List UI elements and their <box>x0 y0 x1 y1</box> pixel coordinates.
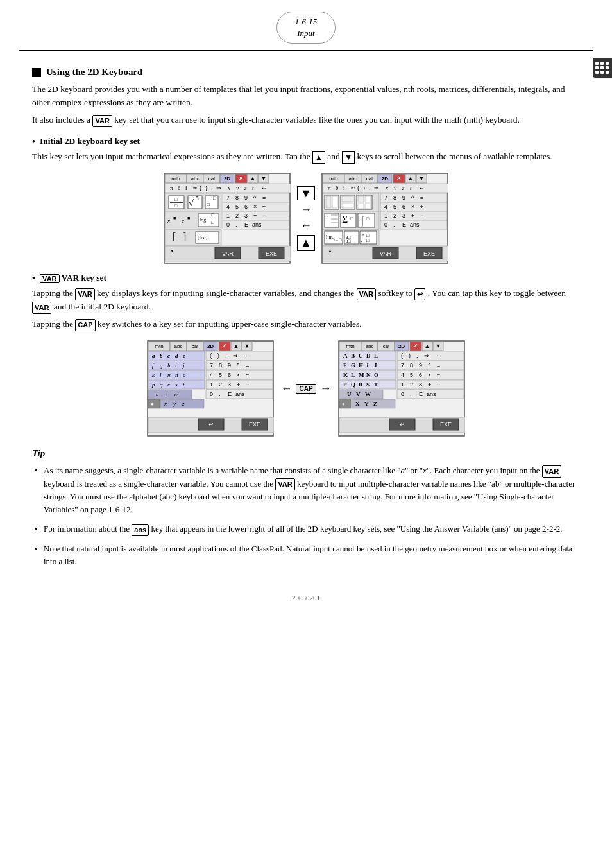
svg-rect-249 <box>148 399 160 408</box>
svg-text:8: 8 <box>235 195 239 201</box>
svg-text:F: F <box>343 362 347 369</box>
svg-text:R: R <box>359 381 363 388</box>
svg-text:abc: abc <box>174 343 183 349</box>
svg-text:=: = <box>437 362 440 369</box>
var-key-tip: VAR <box>542 465 561 478</box>
svg-text:z: z <box>402 185 405 191</box>
svg-text:C: C <box>359 352 363 359</box>
svg-text:G: G <box>351 362 355 369</box>
svg-rect-323 <box>339 390 383 399</box>
kbd-left-2: mth abc cat 2D ✕ ▲ ▼ a b c d e <box>147 340 274 437</box>
svg-text:E: E <box>374 352 378 359</box>
sub2-body1: Tapping the VAR key displays keys for in… <box>32 287 580 314</box>
svg-text:U: U <box>347 391 352 397</box>
svg-text:5: 5 <box>410 372 413 378</box>
svg-text:♦: ♦ <box>151 401 153 407</box>
svg-text:mth: mth <box>329 176 337 182</box>
svg-text:3: 3 <box>228 381 231 388</box>
tip-heading: Tip <box>32 448 580 459</box>
svg-text:mth: mth <box>346 343 354 349</box>
svg-text:r: r <box>167 381 170 388</box>
svg-text:7: 7 <box>401 362 404 369</box>
svg-text:2: 2 <box>235 213 239 219</box>
svg-text:▼: ▼ <box>170 248 174 253</box>
svg-text:y: y <box>393 185 396 191</box>
svg-rect-118 <box>342 203 353 208</box>
heading-square <box>32 68 41 77</box>
svg-text:∫: ∫ <box>361 233 364 242</box>
kbd-svg-right-2: mth abc cat 2D ✕ ▲ ▼ A B C D E <box>338 340 465 437</box>
svg-text:J: J <box>374 362 377 369</box>
svg-text:0: 0 <box>401 391 404 397</box>
svg-text:Q: Q <box>351 381 355 388</box>
svg-text:c: c <box>167 352 170 359</box>
svg-text:.: . <box>235 221 237 228</box>
body2-text: It also includes a <box>32 115 90 125</box>
svg-text:abc: abc <box>365 343 373 349</box>
svg-text:0: 0 <box>226 221 230 228</box>
svg-text:q: q <box>160 381 163 388</box>
svg-text:▲: ▲ <box>407 175 413 182</box>
cap-key: CAP <box>75 319 95 331</box>
ans-key-tip: ans <box>132 524 149 536</box>
section-heading: Using the 2D Keyboard <box>32 67 580 78</box>
body2b-text: key set that you can use to input single… <box>114 115 520 125</box>
svg-text:cat: cat <box>382 343 389 349</box>
svg-text:.: . <box>219 391 221 397</box>
grid-icon <box>595 62 609 74</box>
svg-text:▲: ▲ <box>234 343 239 349</box>
svg-rect-120 <box>358 196 364 202</box>
svg-rect-122 <box>358 204 364 209</box>
svg-text:(: ( <box>200 185 201 191</box>
svg-text:ans: ans <box>427 391 436 397</box>
kbd-svg-left-2: mth abc cat 2D ✕ ▲ ▼ a b c d e <box>147 340 274 437</box>
svg-rect-240 <box>148 390 192 399</box>
svg-text:×: × <box>411 204 414 210</box>
svg-text:A: A <box>343 352 348 359</box>
page-header: 1-6-15 Input <box>0 0 612 50</box>
svg-rect-121 <box>365 196 371 202</box>
svg-text:9: 9 <box>228 362 231 369</box>
var-key3: VAR <box>357 288 376 300</box>
svg-text:6: 6 <box>402 204 405 210</box>
kbd-row-2: mth abc cat 2D ✕ ▲ ▼ a b c d e <box>32 340 580 437</box>
svg-text:5: 5 <box>393 204 396 210</box>
svg-text:EXE: EXE <box>266 250 277 257</box>
svg-text:0: 0 <box>384 221 387 228</box>
svg-text:2: 2 <box>393 213 396 219</box>
svg-text:■: ■ <box>187 216 190 221</box>
svg-text:6: 6 <box>419 372 422 378</box>
svg-text:4: 4 <box>226 204 230 210</box>
svg-rect-123 <box>365 204 371 209</box>
svg-text:{: { <box>326 215 328 220</box>
svg-text:e: e <box>182 218 184 224</box>
svg-text:.: . <box>410 391 412 397</box>
svg-text:p: p <box>151 381 155 388</box>
svg-text:ans: ans <box>252 221 262 228</box>
svg-text:4: 4 <box>210 372 213 378</box>
svg-text:x: x <box>164 401 167 407</box>
svg-text:3: 3 <box>244 213 248 219</box>
svg-text:θ: θ <box>336 185 338 191</box>
svg-text:▼: ▼ <box>418 175 424 182</box>
svg-text:): ) <box>363 185 365 191</box>
cap-key-center: CAP <box>296 384 316 394</box>
svg-text:s: s <box>175 381 178 388</box>
svg-text:↩: ↩ <box>208 421 214 428</box>
svg-text:π: π <box>170 185 173 191</box>
svg-text:←: ← <box>261 185 267 191</box>
svg-text:cat: cat <box>192 343 199 349</box>
svg-text:P: P <box>343 381 347 388</box>
svg-text:): ) <box>409 352 411 359</box>
svg-text:−: − <box>262 213 266 219</box>
svg-text:,: , <box>416 352 418 359</box>
svg-text:o: o <box>183 372 186 378</box>
svg-text:j: j <box>182 362 185 369</box>
svg-text:✕: ✕ <box>396 175 402 182</box>
svg-text:VAR: VAR <box>222 250 234 257</box>
svg-text:6: 6 <box>228 372 231 378</box>
svg-text:): ) <box>205 185 207 191</box>
svg-text:←: ← <box>419 185 425 191</box>
svg-text:▼: ▼ <box>435 343 441 349</box>
svg-text:cat: cat <box>366 176 373 182</box>
